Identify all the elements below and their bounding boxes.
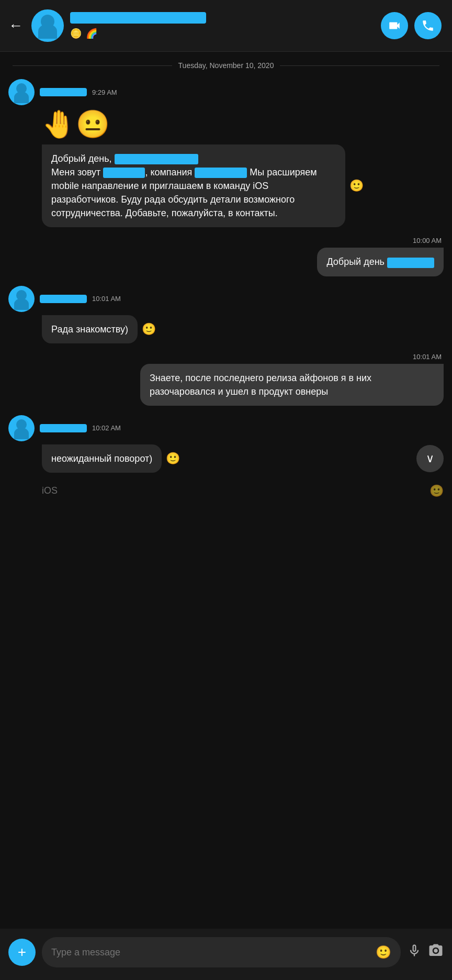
bubble-incoming-3: Рада знакомству)	[42, 315, 138, 343]
sender-avatar-5	[8, 415, 35, 441]
message-input[interactable]	[51, 947, 371, 958]
sender-name-blur-5	[40, 424, 87, 432]
back-button[interactable]: ←	[8, 17, 23, 34]
name-blur-1	[115, 154, 198, 164]
message-group-4: 10:01 AM Знаете, после последнего релиза…	[8, 353, 444, 406]
messages-list: 9:29 AM 🤚😐 Добрый день, Меня зовут , ком…	[0, 79, 452, 498]
message-group-5: 10:02 AM неожиданный поворот) 🙂 ∨	[8, 415, 444, 473]
date-line-left	[13, 65, 172, 66]
message-time-2: 10:00 AM	[413, 237, 444, 244]
bubble-row-1: Добрый день, Меня зовут , компания Мы ра…	[8, 144, 444, 227]
coin-emoji-icon: 🪙	[70, 28, 82, 39]
plus-icon: +	[18, 944, 26, 961]
bubble-outgoing-4: Знаете, после последнего релиза айфонов …	[140, 364, 444, 406]
mic-icon	[407, 943, 422, 958]
message-time-1: 9:29 AM	[92, 88, 117, 96]
video-icon	[388, 19, 401, 32]
camera-icon	[428, 943, 444, 959]
message-group-2: 10:00 AM Добрый день	[8, 237, 444, 276]
name-blur-2	[103, 168, 145, 178]
company-blur	[195, 168, 247, 178]
reaction-icon-5[interactable]: 🙂	[166, 452, 180, 465]
contact-name-blur	[70, 12, 206, 24]
name-blur-outgoing	[387, 258, 434, 268]
reaction-icon-1[interactable]: 🙂	[349, 179, 364, 193]
emoji-picker-button[interactable]: 🙂	[376, 945, 391, 960]
header-actions	[381, 12, 442, 39]
message-input-bar: + 🙂	[0, 929, 452, 980]
date-separator: Tuesday, November 10, 2020	[0, 52, 452, 79]
message-time-3: 10:01 AM	[92, 295, 121, 303]
bubble-incoming-1: Добрый день, Меня зовут , компания Мы ра…	[42, 144, 345, 227]
sender-name-blur-3	[40, 295, 87, 303]
date-text: Tuesday, November 10, 2020	[178, 61, 274, 70]
bubble-row-5: неожиданный поворот) 🙂	[8, 444, 180, 473]
reaction-icon-3[interactable]: 🙂	[142, 322, 156, 336]
message-emoji-1: 🤚😐	[42, 108, 444, 140]
rainbow-emoji-icon: 🌈	[86, 28, 97, 39]
message-group-3: 10:01 AM Рада знакомству) 🙂	[8, 286, 444, 343]
date-line-right	[280, 65, 439, 66]
sender-avatar-3	[8, 286, 35, 312]
message-input-wrap: 🙂	[42, 937, 401, 967]
message-time-5: 10:02 AM	[92, 424, 121, 432]
contact-info: 🪙 🌈	[70, 12, 381, 39]
sender-name-blur-1	[40, 88, 87, 96]
phone-icon	[421, 19, 435, 32]
bubble-outgoing-2: Добрый день	[317, 248, 444, 276]
message-group-1: 9:29 AM 🤚😐 Добрый день, Меня зовут , ком…	[8, 79, 444, 227]
bubble-row-3: Рада знакомству) 🙂	[8, 315, 444, 343]
phone-call-button[interactable]	[414, 12, 442, 39]
contact-avatar	[31, 9, 64, 42]
sender-avatar-1	[8, 79, 35, 105]
camera-button[interactable]	[428, 943, 444, 962]
video-call-button[interactable]	[381, 12, 408, 39]
microphone-button[interactable]	[407, 943, 422, 962]
bubble-incoming-5: неожиданный поворот)	[42, 444, 162, 473]
scroll-down-button[interactable]: ∨	[416, 445, 444, 472]
add-attachment-button[interactable]: +	[8, 939, 36, 966]
chat-header: ← 🪙 🌈	[0, 0, 452, 52]
message-time-4: 10:01 AM	[413, 353, 444, 361]
